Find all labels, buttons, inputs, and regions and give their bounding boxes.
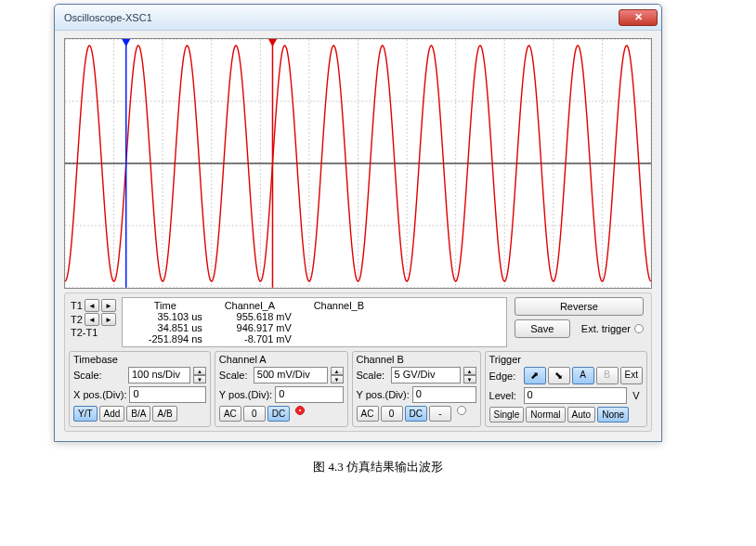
rise-icon: ⬈ xyxy=(530,370,539,381)
trig-level-input[interactable]: 0 xyxy=(524,387,627,404)
close-button[interactable]: ✕ xyxy=(619,9,658,26)
save-button[interactable]: Save xyxy=(515,319,570,338)
edge-fall-button[interactable]: ⬊ xyxy=(548,367,570,384)
chb-scale-up[interactable]: ▲ xyxy=(463,367,476,375)
timebase-group: Timebase Scale: 100 ns/Div ▲▼ X pos.(Div… xyxy=(69,351,211,427)
cha-title: Channel A xyxy=(219,354,344,365)
tb-scale-down[interactable]: ▼ xyxy=(193,375,206,384)
ext-trigger-label: Ext. trigger xyxy=(581,323,631,334)
trig-title: Trigger xyxy=(489,354,643,365)
edge-b-button[interactable]: B xyxy=(596,367,619,384)
tb-scale-label: Scale: xyxy=(73,370,125,381)
chb-dc-button[interactable]: DC xyxy=(405,406,427,422)
window-title: Oscilloscope-XSC1 xyxy=(64,12,619,23)
t2-left-button[interactable]: ◄ xyxy=(85,313,99,326)
mode-yt-button[interactable]: Y/T xyxy=(73,406,98,422)
hdr-cha: Channel_A xyxy=(208,300,292,311)
t1-cha: 955.618 mV xyxy=(208,311,292,322)
timebase-title: Timebase xyxy=(73,354,206,365)
edge-a-button[interactable]: A xyxy=(572,367,594,384)
trig-none-button[interactable]: None xyxy=(597,407,629,422)
trigger-group: Trigger Edge: ⬈ ⬊ A B Ext Level: 0 V Sin… xyxy=(485,351,647,427)
cursor-nav: T1 ◄ ► T2 ◄ ► T2-T1 xyxy=(69,297,118,340)
tb-xpos-input[interactable]: 0 xyxy=(129,386,205,403)
chb-minus-button[interactable]: - xyxy=(429,406,451,422)
svg-marker-20 xyxy=(122,39,131,46)
cursor-readout-row: T1 ◄ ► T2 ◄ ► T2-T1 Time Channel_A Chann… xyxy=(69,297,647,347)
cursor-table: Time Channel_A Channel_B 35.103 us 955.6… xyxy=(122,297,507,347)
diff-time: -251.894 ns xyxy=(128,333,202,344)
diff-cha: -8.701 mV xyxy=(208,333,292,344)
chb-color-radio[interactable] xyxy=(457,406,466,415)
mode-ab-button[interactable]: A/B xyxy=(152,406,176,422)
cha-ypos-label: Y pos.(Div): xyxy=(219,389,272,400)
figure-caption: 图 4.3 仿真结果输出波形 xyxy=(0,459,756,475)
t1-left-button[interactable]: ◄ xyxy=(85,299,99,312)
scope-display xyxy=(64,38,652,289)
cha-dc-button[interactable]: DC xyxy=(267,406,290,422)
tb-xpos-label: X pos.(Div): xyxy=(73,389,126,400)
cha-zero-button[interactable]: 0 xyxy=(243,406,266,422)
chb-scale-label: Scale: xyxy=(357,370,388,381)
ext-trigger-radio[interactable] xyxy=(634,324,644,333)
cha-scale-input[interactable]: 500 mV/Div xyxy=(254,367,328,384)
hdr-time: Time xyxy=(128,300,202,311)
chb-scale-down[interactable]: ▼ xyxy=(463,375,476,384)
cha-scale-up[interactable]: ▲ xyxy=(331,367,344,375)
trig-auto-button[interactable]: Auto xyxy=(567,407,596,422)
chb-ypos-label: Y pos.(Div): xyxy=(357,389,410,400)
reverse-button[interactable]: Reverse xyxy=(515,297,644,316)
t1-time: 35.103 us xyxy=(128,311,202,322)
t1-chb xyxy=(297,311,381,322)
t2-right-button[interactable]: ► xyxy=(101,313,116,326)
fall-icon: ⬊ xyxy=(554,370,563,381)
t2-chb xyxy=(297,322,381,333)
titlebar: Oscilloscope-XSC1 ✕ xyxy=(55,5,661,31)
t2t1-label: T2-T1 xyxy=(71,327,98,338)
mode-ba-button[interactable]: B/A xyxy=(126,406,150,422)
trig-normal-button[interactable]: Normal xyxy=(526,407,565,422)
t1-label: T1 xyxy=(71,300,83,311)
close-icon: ✕ xyxy=(634,11,643,23)
diff-chb xyxy=(297,333,381,344)
cha-scale-down[interactable]: ▼ xyxy=(331,375,344,384)
waveform-plot xyxy=(65,39,651,288)
chb-ypos-input[interactable]: 0 xyxy=(412,386,476,403)
trig-level-unit: V xyxy=(630,390,643,401)
cha-color-radio[interactable] xyxy=(295,406,305,415)
tb-scale-input[interactable]: 100 ns/Div xyxy=(128,367,190,384)
edge-ext-button[interactable]: Ext xyxy=(620,367,643,384)
edge-rise-button[interactable]: ⬈ xyxy=(524,367,546,384)
cha-ac-button[interactable]: AC xyxy=(219,406,241,422)
channel-a-group: Channel A Scale: 500 mV/Div ▲▼ Y pos.(Di… xyxy=(215,351,348,427)
chb-scale-input[interactable]: 5 GV/Div xyxy=(391,367,461,384)
groups-row: Timebase Scale: 100 ns/Div ▲▼ X pos.(Div… xyxy=(69,351,647,427)
t2-label: T2 xyxy=(71,314,83,325)
control-panel: T1 ◄ ► T2 ◄ ► T2-T1 Time Channel_A Chann… xyxy=(64,292,652,432)
tb-scale-up[interactable]: ▲ xyxy=(193,367,206,375)
trig-edge-label: Edge: xyxy=(489,370,521,382)
right-buttons: Reverse Save Ext. trigger xyxy=(511,297,647,338)
t2-time: 34.851 us xyxy=(128,322,202,333)
svg-marker-22 xyxy=(267,39,277,46)
mode-add-button[interactable]: Add xyxy=(99,406,125,422)
t2-cha: 946.917 mV xyxy=(208,322,292,333)
trig-single-button[interactable]: Single xyxy=(489,407,525,422)
channel-b-group: Channel B Scale: 5 GV/Div ▲▼ Y pos.(Div)… xyxy=(352,351,481,427)
trig-level-label: Level: xyxy=(489,390,521,401)
cha-ypos-input[interactable]: 0 xyxy=(275,386,343,403)
chb-zero-button[interactable]: 0 xyxy=(381,406,403,422)
oscilloscope-window: Oscilloscope-XSC1 ✕ T1 ◄ ► T2 ◄ ► T2-T1 … xyxy=(54,4,662,442)
hdr-chb: Channel_B xyxy=(297,300,381,311)
chb-ac-button[interactable]: AC xyxy=(357,406,379,422)
t1-right-button[interactable]: ► xyxy=(101,299,116,312)
chb-title: Channel B xyxy=(357,354,476,365)
cha-scale-label: Scale: xyxy=(219,370,251,381)
